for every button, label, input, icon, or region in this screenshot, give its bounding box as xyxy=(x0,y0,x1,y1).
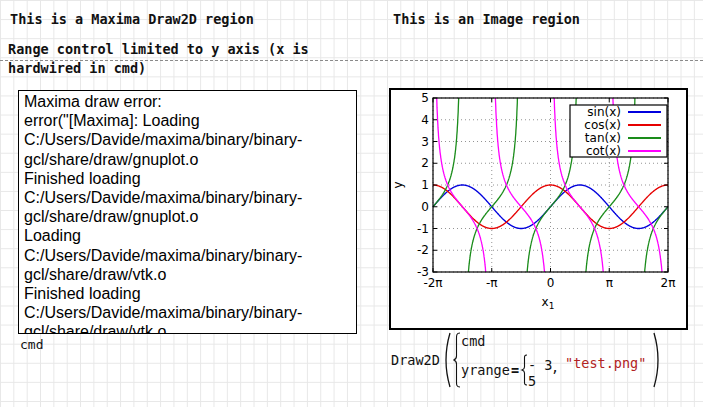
maxima-error-text: Maxima draw error: error("[Maxima]: Load… xyxy=(24,92,354,334)
yrange-brace-icon xyxy=(522,355,527,385)
maxima-output-textbox[interactable]: Maxima draw error: error("[Maxima]: Load… xyxy=(18,90,357,334)
svg-text:-π: -π xyxy=(486,276,498,290)
svg-text:x1: x1 xyxy=(542,295,555,311)
cmd-label: cmd xyxy=(20,337,43,352)
yrange-name: yrange xyxy=(461,362,510,378)
svg-text:3: 3 xyxy=(421,135,429,149)
svg-text:2: 2 xyxy=(421,156,429,170)
svg-text:-3: -3 xyxy=(417,265,429,279)
formula-comma: , xyxy=(551,359,559,375)
svg-text:1: 1 xyxy=(421,178,429,192)
svg-text:cot(x): cot(x) xyxy=(586,144,621,158)
svg-text:5: 5 xyxy=(421,91,429,105)
image-region-heading: This is an Image region xyxy=(393,11,580,27)
range-note-line1: Range control limited to y axis (x is xyxy=(8,41,309,57)
draw2d-function-name: Draw2D xyxy=(391,352,440,368)
svg-text:sin(x): sin(x) xyxy=(587,105,621,119)
svg-text:0: 0 xyxy=(421,200,429,214)
svg-text:4: 4 xyxy=(421,113,429,127)
formula-cmd-arg: cmd xyxy=(461,333,485,349)
equals-sign: = xyxy=(511,362,519,378)
svg-text:0: 0 xyxy=(547,276,555,290)
close-paren-icon xyxy=(654,333,658,387)
svg-text:π: π xyxy=(606,276,613,290)
svg-text:-2: -2 xyxy=(417,243,429,257)
open-paren-icon xyxy=(446,333,450,387)
filename-string: "test.png" xyxy=(565,355,646,371)
svg-text:tan(x): tan(x) xyxy=(585,131,621,145)
svg-text:cos(x): cos(x) xyxy=(584,118,621,132)
open-brace-icon xyxy=(454,333,461,387)
svg-text:y: y xyxy=(391,181,405,188)
draw2d-region-heading: This is a Maxima Draw2D region xyxy=(10,11,254,27)
dashed-divider xyxy=(0,60,703,61)
function-plot: -2π-π0π2π543210-1-2-3yx1sin(x)cos(x)tan(… xyxy=(391,90,686,328)
app-canvas: { "headings": { "left": "This is a Maxim… xyxy=(0,0,703,407)
yrange-min-value[interactable]: - 3 xyxy=(528,357,552,373)
yrange-max-value[interactable]: 5 xyxy=(528,373,536,389)
image-region-plot[interactable]: -2π-π0π2π543210-1-2-3yx1sin(x)cos(x)tan(… xyxy=(389,88,688,330)
svg-text:-1: -1 xyxy=(417,222,429,236)
svg-text:2π: 2π xyxy=(661,276,676,290)
range-note-line2: hardwired in cmd) xyxy=(8,60,146,76)
